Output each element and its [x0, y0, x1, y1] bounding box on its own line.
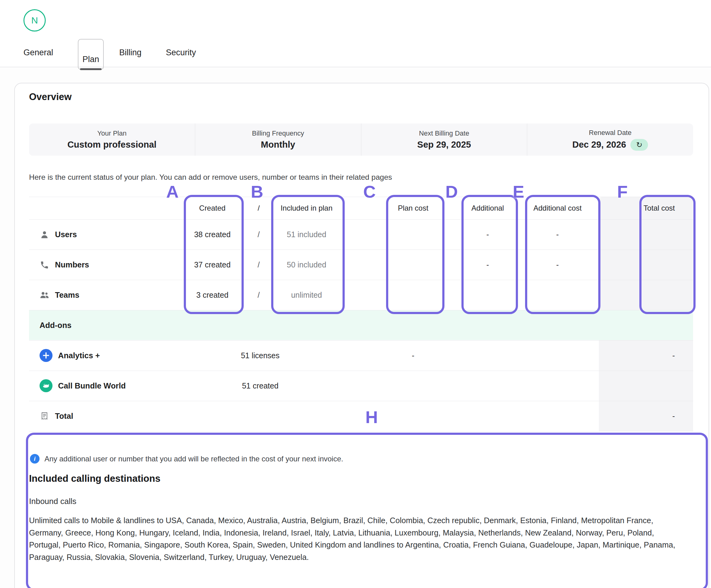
header-additional-cost: Additional cost [522, 197, 593, 219]
notice-text: Any additional user or number that you a… [44, 455, 343, 463]
table-row-total: Total - [29, 401, 693, 431]
stat-your-plan: Your Plan Custom professional [29, 124, 195, 156]
table-row-call-bundle-world: Call Bundle World 51 created [29, 371, 693, 400]
workspace-logo: N [23, 9, 46, 31]
tab-general[interactable]: General [23, 46, 53, 59]
stat-label: Billing Frequency [252, 129, 304, 137]
top-bar: N General Plan Billing Security [0, 0, 711, 67]
teams-slash: / [250, 280, 267, 310]
total-total-cost: - [599, 401, 684, 431]
addons-section-row: Add-ons [29, 310, 693, 340]
numbers-additional-cost: - [522, 250, 593, 280]
included-destinations-title: Included calling destinations [29, 473, 160, 484]
numbers-included: 50 included [267, 250, 346, 280]
stat-value: Dec 29, 2026 [572, 139, 626, 150]
row-label: Users [55, 230, 77, 239]
header-plan-cost: Plan cost [358, 197, 468, 219]
header-total-cost: Total cost [599, 197, 684, 219]
tab-plan-label: Plan [79, 55, 103, 64]
analytics-plan-cost: - [358, 341, 468, 370]
header-additional: Additional [461, 197, 514, 219]
row-label: Numbers [55, 260, 89, 269]
whale-icon [40, 379, 52, 392]
receipt-icon [40, 411, 49, 421]
stat-billing-frequency: Billing Frequency Monthly [195, 124, 361, 156]
stat-label: Renewal Date [589, 129, 632, 137]
refresh-icon: ↻ [636, 140, 642, 149]
tab-billing[interactable]: Billing [119, 46, 142, 59]
stat-value: Custom professional [67, 139, 156, 150]
table-row-analytics-plus: Analytics + 51 licenses - - [29, 341, 693, 370]
users-slash: / [250, 220, 267, 249]
info-icon: i [30, 454, 40, 463]
row-label: Call Bundle World [58, 382, 126, 390]
analytics-total-cost: - [599, 341, 684, 370]
analytics-count: 51 licenses [174, 341, 346, 370]
overview-title: Overview [29, 91, 72, 103]
table-row-users: Users 38 created / 51 included - - [29, 220, 693, 249]
stat-label: Next Billing Date [419, 129, 470, 137]
users-additional-cost: - [522, 220, 593, 249]
table-header-row: Created / Included in plan Plan cost Add… [29, 197, 693, 219]
tab-security[interactable]: Security [166, 46, 196, 59]
user-icon [40, 230, 49, 240]
header-included-in-plan: Included in plan [267, 197, 346, 219]
users-included: 51 included [267, 220, 346, 249]
users-additional: - [461, 220, 514, 249]
logo-letter: N [31, 15, 38, 26]
stat-value: Monthly [261, 139, 295, 150]
plan-summary-strip: Your Plan Custom professional Billing Fr… [29, 124, 693, 156]
header-slash: / [250, 197, 267, 219]
call-bundle-count: 51 created [174, 371, 346, 400]
renewal-refresh-badge[interactable]: ↻ [630, 139, 648, 151]
table-row-teams: Teams 3 created / unlimited [29, 280, 693, 310]
stat-next-billing-date: Next Billing Date Sep 29, 2025 [361, 124, 527, 156]
analytics-plus-icon [40, 349, 52, 362]
active-tab-indicator [80, 68, 102, 70]
stat-value: Sep 29, 2025 [417, 139, 471, 150]
inbound-calls-subtitle: Inbound calls [29, 497, 76, 506]
row-label: Total [55, 412, 73, 421]
plan-settings-page: N General Plan Billing Security Overview… [0, 0, 711, 588]
stat-renewal-date: Renewal Date Dec 29, 2026 ↻ [527, 124, 693, 156]
row-label: Teams [55, 290, 79, 300]
stat-label: Your Plan [97, 129, 127, 137]
numbers-created: 37 created [174, 250, 250, 280]
header-created: Created [174, 197, 250, 219]
phone-icon [40, 260, 49, 270]
users-created: 38 created [174, 220, 250, 249]
team-icon [40, 290, 49, 300]
destinations-text: Unlimited calls to Mobile & landlines to… [29, 515, 688, 563]
row-label: Analytics + [58, 351, 100, 360]
numbers-slash: / [250, 250, 267, 280]
numbers-additional: - [461, 250, 514, 280]
addons-header: Add-ons [29, 310, 71, 340]
teams-included: unlimited [267, 280, 346, 310]
teams-created: 3 created [174, 280, 250, 310]
table-row-numbers: Numbers 37 created / 50 included - - [29, 250, 693, 280]
plan-status-description: Here is the current status of your plan.… [29, 173, 392, 181]
additional-cost-notice: i Any additional user or number that you… [30, 454, 343, 463]
tab-plan[interactable]: Plan [78, 39, 104, 70]
